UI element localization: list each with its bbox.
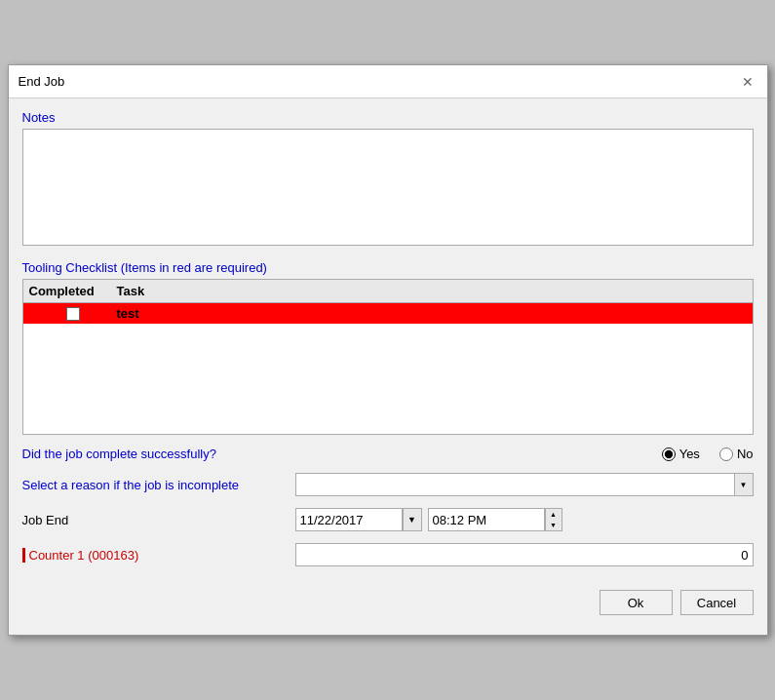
radio-yes[interactable] [662,447,676,461]
counter-input[interactable] [295,543,754,566]
checklist-section: Tooling Checklist (Items in red are requ… [22,260,754,435]
checklist-task-cell: test [117,306,747,321]
time-down-btn[interactable]: ▼ [546,520,562,530]
dialog-body: Notes Tooling Checklist (Items in red ar… [9,98,767,635]
counter-row: Counter 1 (000163) [22,543,754,566]
reason-label: Select a reason if the job is incomplete [22,478,295,492]
ok-button[interactable]: Ok [600,590,673,615]
cancel-button[interactable]: Cancel [680,590,754,615]
col-task-header: Task [117,284,747,298]
buttons-row: Ok Cancel [22,590,754,623]
close-button[interactable]: ✕ [738,72,757,92]
date-dropdown-btn[interactable]: ▼ [403,508,422,531]
job-end-label: Job End [22,513,295,527]
time-spinner: ▲ ▼ [545,508,562,531]
checklist-task-text: test [117,306,139,321]
job-end-row: Job End ▼ ▲ ▼ [22,508,754,531]
notes-label: Notes [22,110,754,125]
reason-row: Select a reason if the job is incomplete… [22,473,754,496]
job-end-time-input[interactable] [428,508,545,531]
radio-no-option[interactable]: No [719,447,754,461]
completion-question: Did the job complete successfully? [22,447,295,461]
checklist-checkbox[interactable] [66,307,80,321]
title-bar: End Job ✕ [9,65,767,98]
notes-textarea[interactable] [22,129,754,246]
checklist-label: Tooling Checklist (Items in red are requ… [22,260,754,275]
checklist-header: Completed Task [23,280,753,303]
reason-select-wrapper: ▼ [295,473,754,496]
reason-select[interactable] [295,473,754,496]
end-job-dialog: End Job ✕ Notes Tooling Checklist (Items… [8,64,768,636]
radio-no-label: No [737,447,754,461]
counter-label: Counter 1 (000163) [22,548,295,563]
time-wrapper: ▲ ▼ [428,508,562,531]
notes-section: Notes [22,110,754,249]
checklist-row: test [23,303,753,324]
radio-yes-option[interactable]: Yes [662,447,700,461]
completion-radio-group: Yes No [662,447,754,461]
job-end-date-input[interactable] [295,508,403,531]
time-up-btn[interactable]: ▲ [546,509,562,520]
job-end-date-group: ▼ ▲ ▼ [295,508,562,531]
checklist-table: Completed Task test [22,279,754,435]
radio-yes-label: Yes [679,447,700,461]
col-completed-header: Completed [29,284,117,298]
date-input-wrapper: ▼ [295,508,422,531]
dialog-title: End Job [19,74,65,89]
radio-no[interactable] [719,447,733,461]
completion-row: Did the job complete successfully? Yes N… [22,447,754,461]
checklist-completed-cell [29,307,117,321]
